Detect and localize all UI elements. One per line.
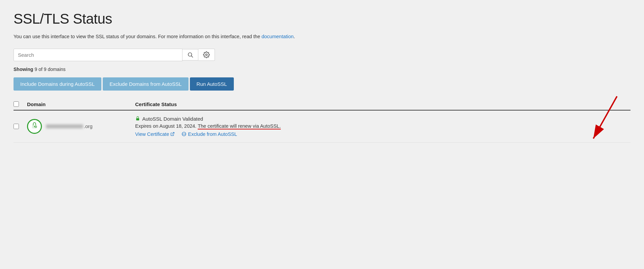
documentation-link[interactable]: documentation <box>262 34 294 39</box>
row-checkbox[interactable] <box>14 124 19 129</box>
col-header-cert-status: Certificate Status <box>135 101 630 107</box>
run-autossl-button[interactable]: Run AutoSSL <box>190 77 234 91</box>
cert-status-title: AutoSSL Domain Validated <box>142 116 203 122</box>
page-description: You can use this interface to view the S… <box>14 33 630 41</box>
page-title: SSL/TLS Status <box>14 11 630 27</box>
table-header: Domain Certificate Status <box>14 99 630 111</box>
search-bar-row <box>14 49 630 61</box>
domain-suffix: .org <box>84 123 93 129</box>
domain-name: .org <box>46 123 93 129</box>
search-button[interactable] <box>182 49 198 60</box>
view-certificate-link[interactable]: View Certificate <box>135 131 175 137</box>
table-row: .org AutoSSL Domain Validated Expires on… <box>14 111 630 143</box>
include-domains-button[interactable]: Include Domains during AutoSSL <box>14 77 101 91</box>
gear-icon <box>203 51 210 58</box>
renew-via-autossl-text: The certificate will renew via AutoSSL. <box>198 123 281 129</box>
lock-settings-icon <box>31 122 38 131</box>
col-header-domain: Domain <box>27 101 135 107</box>
search-icon <box>187 52 193 58</box>
green-lock-icon <box>135 116 140 122</box>
cert-status-title-line: AutoSSL Domain Validated <box>135 116 630 122</box>
cert-actions: View Certificate Exclude from AutoSSL <box>135 131 630 137</box>
domain-blur <box>46 124 83 128</box>
select-all-checkbox[interactable] <box>14 101 19 107</box>
settings-button[interactable] <box>198 49 215 61</box>
showing-text: Showing 9 of 9 domains <box>14 67 630 72</box>
search-input-wrapper <box>14 49 182 61</box>
svg-line-7 <box>172 132 174 134</box>
svg-rect-6 <box>136 118 139 120</box>
header-checkbox-cell <box>14 101 27 107</box>
svg-point-2 <box>206 54 207 56</box>
domain-cell: .org <box>27 119 135 134</box>
cert-status-cell: AutoSSL Domain Validated Expires on Augu… <box>135 116 630 137</box>
exclude-domains-button[interactable]: Exclude Domains from AutoSSL <box>103 77 188 91</box>
search-input[interactable] <box>14 49 182 61</box>
domain-table: Domain Certificate Status <box>14 99 630 143</box>
exclude-from-autossl-link[interactable]: Exclude from AutoSSL <box>181 131 237 137</box>
svg-line-1 <box>191 56 193 57</box>
action-buttons: Include Domains during AutoSSL Exclude D… <box>14 77 630 91</box>
ban-icon <box>181 131 187 137</box>
row-checkbox-cell <box>14 124 27 129</box>
expires-line: Expires on August 18, 2024. The certific… <box>135 123 630 129</box>
domain-icon <box>27 119 42 134</box>
external-link-icon <box>170 132 175 136</box>
page-container: SSL/TLS Status You can use this interfac… <box>0 0 644 269</box>
